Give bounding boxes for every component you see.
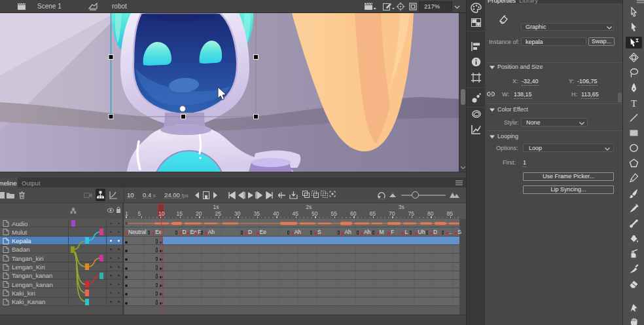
svg-text:T: T — [631, 98, 637, 109]
